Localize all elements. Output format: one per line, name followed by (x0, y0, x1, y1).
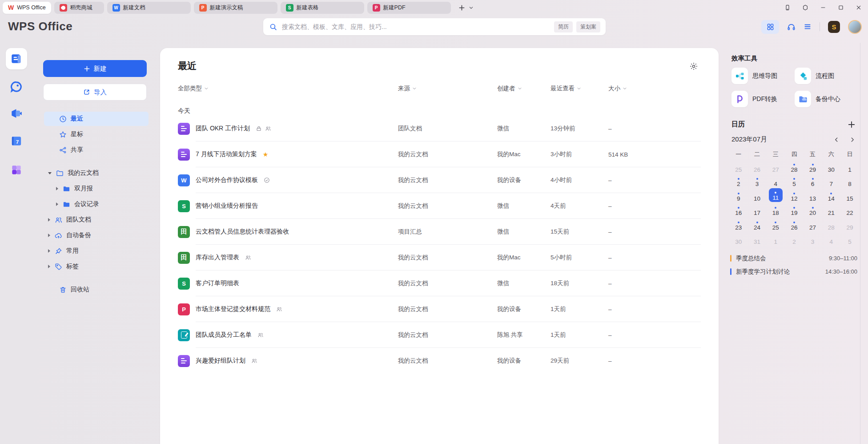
calendar-day[interactable]: 15 (840, 188, 859, 203)
tab[interactable]: S新建表格 (281, 2, 364, 14)
table-row[interactable]: 兴趣爱好组队计划我的云文档我的设备29天前– (178, 348, 701, 374)
table-row[interactable]: 团队成员及分工名单我的云文档陈旭 共享1天前– (178, 322, 701, 348)
table-row[interactable]: 田库存出入管理表我的云文档我的Mac5小时前– (178, 245, 701, 270)
calendar-day[interactable]: 18 (766, 203, 785, 218)
filter-0[interactable]: 全部类型 (178, 85, 209, 93)
add-event-icon[interactable] (848, 121, 856, 129)
rail-item[interactable] (10, 107, 23, 120)
calendar-event[interactable]: 新季度学习计划讨论14:30–16:00 (730, 266, 857, 277)
calendar-day[interactable]: 3 (748, 174, 767, 189)
search-bar[interactable]: 简历策划案 (263, 18, 606, 35)
tab[interactable]: 稻壳商城 (54, 2, 104, 14)
new-document-button[interactable]: 新建 (43, 60, 147, 77)
package-icon[interactable] (802, 4, 808, 11)
table-row[interactable]: 田云文档管人员信息统计表理器验收项目汇总微信15天前– (178, 219, 701, 245)
calendar-day[interactable]: 28 (785, 159, 804, 174)
calendar-day[interactable]: 4 (766, 174, 785, 189)
calendar-day[interactable]: 30 (729, 232, 748, 246)
rail-item[interactable] (10, 163, 23, 177)
calendar-day[interactable]: 17 (748, 203, 767, 218)
calendar-day[interactable]: 25 (766, 217, 785, 232)
apps-grid-button[interactable] (761, 20, 779, 34)
table-row[interactable]: S营销小组业绩分析报告我的云文档微信4天前– (178, 193, 701, 219)
calendar-day[interactable]: 30 (822, 159, 840, 174)
calendar-day[interactable]: 24 (748, 217, 767, 232)
calendar-day[interactable]: 29 (804, 159, 822, 174)
caret-icon[interactable] (56, 187, 58, 190)
menu-icon[interactable] (804, 23, 812, 31)
tab-list-chevron-icon[interactable] (469, 5, 474, 10)
calendar-day[interactable]: 27 (804, 217, 822, 232)
filter-1[interactable]: 来源 (398, 85, 417, 93)
sidebar-item-tag[interactable]: 标签 (44, 259, 149, 274)
filter-4[interactable]: 大小 (608, 85, 627, 93)
calendar-day[interactable]: 22 (840, 203, 859, 218)
calendar-day[interactable]: 27 (766, 159, 785, 174)
caret-icon[interactable] (48, 265, 50, 268)
calendar-day[interactable]: 5 (840, 232, 859, 246)
caret-icon[interactable] (56, 202, 58, 206)
calendar-day[interactable]: 29 (840, 217, 859, 232)
calendar-day[interactable]: 31 (748, 232, 767, 246)
calendar-day[interactable]: 7 (822, 174, 840, 189)
table-row[interactable]: P市场主体登记提交材料规范我的云文档我的设备1天前– (178, 296, 701, 322)
caret-icon[interactable] (48, 218, 50, 222)
calendar-day[interactable]: 2 (785, 232, 804, 246)
filter-2[interactable]: 创建者 (497, 85, 522, 93)
table-row[interactable]: S客户订单明细表我的云文档微信18天前– (178, 270, 701, 296)
sidebar-item-folderfill[interactable]: 双月报 (44, 182, 149, 196)
calendar-day[interactable]: 11 (766, 188, 785, 203)
calendar-day[interactable]: 25 (729, 159, 748, 174)
calendar-day[interactable]: 23 (729, 217, 748, 232)
calendar-day[interactable]: 1 (840, 159, 859, 174)
vip-badge[interactable]: S (828, 21, 840, 33)
tool-backup[interactable]: 备份中心 (795, 91, 858, 107)
calendar-event[interactable]: 季度总结会9:30–11:00 (730, 253, 857, 264)
caret-icon[interactable] (48, 249, 50, 253)
calendar-day[interactable]: 19 (785, 203, 804, 218)
calendar-day[interactable]: 16 (729, 203, 748, 218)
sidebar-item-share[interactable]: 共享 (44, 143, 149, 157)
calendar-day[interactable]: 28 (822, 217, 840, 232)
caret-icon[interactable] (48, 172, 52, 174)
tool-mindmap[interactable]: 思维导图 (731, 68, 795, 84)
calendar-day[interactable]: 3 (804, 232, 822, 246)
tab[interactable]: WWPS Office (3, 2, 51, 14)
calendar-day[interactable]: 4 (822, 232, 840, 246)
sidebar-item-cloud[interactable]: 自动备份 (44, 228, 149, 242)
table-row[interactable]: 团队 OKR 工作计划团队文档微信13分钟前– (178, 116, 701, 141)
calendar-day[interactable]: 21 (822, 203, 840, 218)
calendar-day[interactable]: 14 (822, 188, 840, 203)
avatar[interactable] (848, 20, 862, 34)
calendar-day[interactable]: 20 (804, 203, 822, 218)
calendar-day[interactable]: 13 (804, 188, 822, 203)
rail-item[interactable] (10, 80, 23, 93)
sidebar-item-clock[interactable]: 最近 (44, 112, 149, 126)
import-button[interactable]: 导入 (43, 84, 147, 101)
tab[interactable]: P新建演示文稿 (194, 2, 277, 14)
calendar-day[interactable]: 12 (785, 188, 804, 203)
table-row[interactable]: 7 月线下活动策划方案★我的云文档我的Mac3小时前514 KB (178, 141, 701, 167)
sidebar-item-folderfill[interactable]: 会议记录 (44, 197, 149, 211)
mobile-sync-icon[interactable] (784, 4, 791, 11)
rail-item[interactable]: 7 (10, 134, 23, 148)
calendar-day[interactable]: 8 (840, 174, 859, 189)
tab[interactable]: W新建文档 (107, 2, 191, 14)
sidebar-item-star[interactable]: 星标 (44, 127, 149, 141)
close-button[interactable] (856, 4, 862, 11)
search-input[interactable] (281, 23, 554, 31)
sidebar-item-folder[interactable]: 我的云文档 (44, 166, 149, 180)
rail-item-active[interactable] (6, 48, 27, 69)
search-chip[interactable]: 策划案 (576, 21, 600, 32)
sidebar-item-trash[interactable]: 回收站 (44, 283, 149, 297)
filter-3[interactable]: 最近查看 (551, 85, 581, 93)
tab[interactable]: P新建PDF (367, 2, 451, 14)
sidebar-item-team[interactable]: 团队文档 (44, 213, 149, 227)
search-chip[interactable]: 简历 (554, 21, 573, 32)
sidebar-item-pin[interactable]: 常用 (44, 244, 149, 258)
calendar-day[interactable]: 6 (804, 174, 822, 189)
add-tab-icon[interactable] (458, 4, 465, 11)
calendar-day[interactable]: 9 (729, 188, 748, 203)
table-row[interactable]: W公司对外合作协议模板我的云文档我的设备4小时前– (178, 167, 701, 193)
calendar-day[interactable]: 1 (766, 232, 785, 246)
